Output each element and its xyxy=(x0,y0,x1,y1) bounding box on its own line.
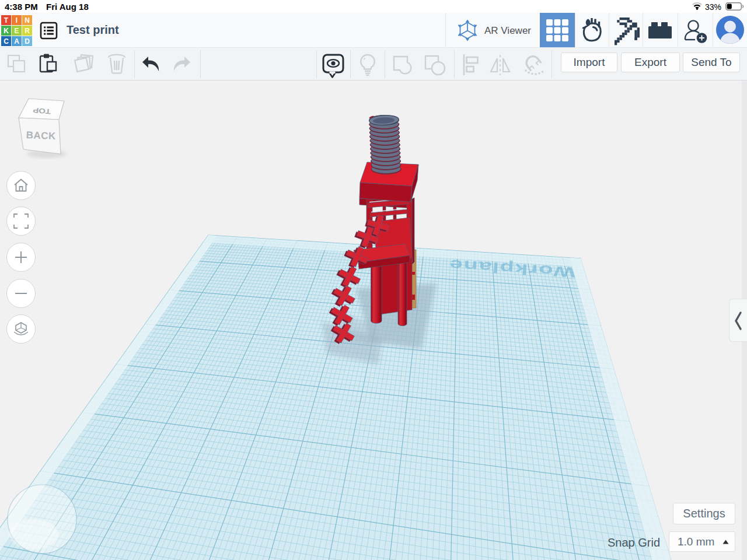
svg-text:BACK: BACK xyxy=(26,130,56,142)
svg-text:TOP: TOP xyxy=(33,106,51,116)
